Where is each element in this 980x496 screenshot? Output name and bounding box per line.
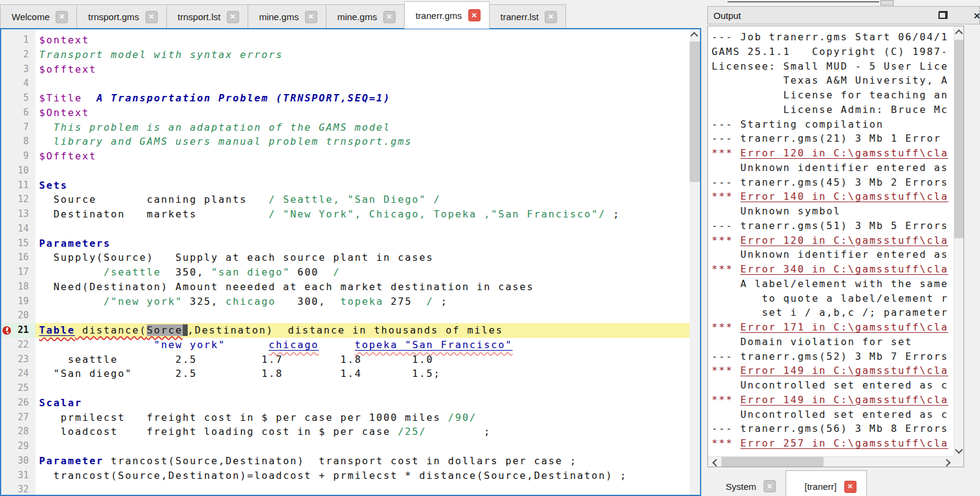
line-number: 1 — [1, 33, 35, 48]
code-line[interactable]: /"new york" 325, chicago 300, topeka 275… — [35, 294, 690, 309]
scroll-right-icon[interactable] — [944, 459, 950, 465]
code-area[interactable]: $ontextTransport model with syntax error… — [35, 29, 690, 495]
code-line[interactable]: "new york" chicago topeka "San Francisco… — [35, 338, 690, 352]
code-line[interactable]: Parameters — [35, 236, 690, 251]
line-number: 32 — [1, 483, 35, 496]
code-segment: $Title — [39, 92, 82, 104]
tab-close-icon[interactable]: ✕ — [764, 480, 776, 492]
code-line[interactable] — [35, 381, 690, 396]
tab-close-icon[interactable]: ✕ — [305, 11, 317, 23]
line-number: 7 — [1, 120, 35, 135]
scroll-up-icon[interactable] — [691, 32, 698, 38]
code-line[interactable]: $Title A Transportation Problem (TRNSPOR… — [35, 91, 690, 106]
line-number: 29 — [1, 439, 35, 454]
line-number: 2 — [1, 48, 35, 62]
code-line[interactable]: Supply(Source) Supply at each source pla… — [35, 250, 690, 265]
code-segment — [226, 339, 268, 351]
code-line[interactable]: loadcost freight loading cost in $ per c… — [35, 425, 690, 439]
error-link[interactable]: Error 149 in C:\gamsstuff\cla — [740, 394, 948, 406]
error-link[interactable]: Error 171 in C:\gamsstuff\cla — [740, 321, 948, 333]
error-link[interactable]: Error 120 in C:\gamsstuff\cla — [740, 235, 948, 246]
scrollbar-thumb[interactable] — [690, 42, 700, 182]
error-link[interactable]: Error 120 in C:\gamsstuff\cla — [740, 147, 948, 159]
log-segment: License Admin: Bruce Mc — [712, 104, 948, 115]
float-window-icon[interactable] — [938, 11, 948, 19]
code-line[interactable] — [35, 483, 690, 495]
code-line[interactable] — [35, 222, 690, 236]
line-number: 11 — [1, 178, 35, 193]
tab-tranerr-lst[interactable]: tranerr.lst✕ — [489, 4, 567, 29]
line-number: 13 — [1, 207, 35, 222]
code-line[interactable]: Transport model with syntax errors — [35, 48, 690, 62]
tab-close-icon[interactable]: ✕ — [844, 481, 857, 493]
log-segment: Unknown identifier entered as — [712, 249, 948, 260]
tab-close-icon[interactable]: ✕ — [146, 11, 158, 23]
code-line[interactable]: prmilecst freight cost in $ per case per… — [35, 410, 690, 425]
scroll-up-icon[interactable] — [956, 29, 962, 35]
code-segment: topeka "San Francisco" — [355, 339, 512, 351]
code-line[interactable]: Scalar — [35, 396, 690, 410]
code-line[interactable]: $Offtext — [35, 149, 690, 164]
code-line[interactable]: Sets — [35, 178, 690, 193]
scrollbar-thumb[interactable] — [954, 40, 963, 238]
code-line[interactable]: "San diego" 2.5 1.8 1.4 1.5; — [35, 367, 690, 381]
code-line[interactable] — [35, 164, 690, 178]
scroll-down-icon[interactable] — [956, 447, 962, 453]
tab-mine-gms[interactable]: mine.gms✕ — [248, 4, 326, 29]
tab-tranerr[interactable]: [tranerr]✕ — [786, 470, 867, 496]
tab-trnsport-gms[interactable]: trnsport.gms✕ — [76, 4, 166, 29]
error-link[interactable]: Error 257 in C:\gamsstuff\cla — [740, 437, 948, 449]
error-link[interactable]: Error 140 in C:\gamsstuff\cla — [740, 191, 948, 202]
code-line[interactable]: $offtext — [35, 62, 690, 77]
code-line[interactable]: /seattle 350, "san diego" 600 / — [35, 265, 690, 280]
line-number: 19 — [1, 294, 35, 309]
line-number: 24 — [1, 367, 35, 381]
log-vertical-scrollbar[interactable] — [954, 26, 963, 456]
code-line[interactable]: Source canning plants / Seattle, "San Di… — [35, 192, 690, 207]
scrollbar-thumb[interactable] — [721, 457, 823, 467]
log-segment: GAMS 25.1.1 Copyright (C) 1987- — [712, 46, 948, 57]
code-line[interactable]: Need(Destinaton) Amount neeeded at each … — [35, 280, 690, 294]
code-line[interactable]: This problem is an adaptation of the GAM… — [35, 120, 690, 135]
tab-tranerr-gms[interactable]: tranerr.gms✕ — [404, 1, 490, 29]
log-line: Uncontrolled set entered as c — [712, 378, 954, 393]
code-line[interactable]: Destinaton markets / "New York", Chicago… — [35, 207, 690, 222]
code-line[interactable] — [35, 76, 690, 91]
code-editor[interactable]: 1234567891011121314151617181920212223242… — [0, 28, 701, 496]
output-title-bar[interactable]: Output ✕ — [707, 6, 980, 24]
line-number: 15 — [1, 236, 35, 251]
tab-welcome[interactable]: Welcome✕ — [0, 4, 77, 29]
code-line[interactable]: $Ontext — [35, 106, 690, 120]
dock-handle[interactable] — [704, 0, 980, 5]
code-line[interactable]: trancost(Source,Destinaton)=loadcost + p… — [35, 469, 690, 483]
tab-trnsport-lst[interactable]: trnsport.lst✕ — [166, 4, 248, 29]
editor-pane: Welcome✕trnsport.gms✕trnsport.lst✕mine.g… — [0, 0, 701, 496]
line-number: 28 — [1, 425, 35, 439]
line-number: 9 — [1, 149, 35, 164]
tab-close-icon[interactable]: ✕ — [383, 11, 396, 23]
tab-close-icon[interactable]: ✕ — [468, 9, 481, 21]
tab-system[interactable]: System✕ — [707, 470, 786, 496]
tab-close-icon[interactable]: ✕ — [56, 11, 68, 23]
code-segment: library and GAMS users manual problem tr… — [39, 136, 412, 147]
editor-vertical-scrollbar[interactable] — [690, 29, 700, 495]
code-line[interactable]: Parameter trancost(Source,Destinaton) tr… — [35, 454, 690, 469]
log-view[interactable]: --- Job tranerr.gms Start 06/04/1GAMS 25… — [707, 26, 964, 467]
code-line[interactable] — [35, 439, 690, 454]
code-line[interactable]: Table distance(Sorce,Destinaton) distanc… — [35, 323, 690, 338]
code-segment: / — [412, 296, 433, 307]
tab-label: System — [726, 481, 756, 492]
code-line[interactable]: $ontext — [35, 33, 690, 48]
error-link[interactable]: Error 340 in C:\gamsstuff\cla — [740, 263, 948, 275]
close-icon[interactable]: ✕ — [971, 10, 980, 22]
tab-close-icon[interactable]: ✕ — [227, 11, 239, 23]
log-horizontal-scrollbar[interactable] — [708, 456, 954, 467]
tab-mine-gms[interactable]: mine.gms✕ — [326, 4, 405, 29]
error-link[interactable]: Error 149 in C:\gamsstuff\cla — [740, 365, 948, 376]
scroll-left-icon[interactable] — [712, 459, 718, 465]
log-line: Uncontrolled set entered as c — [712, 407, 954, 422]
code-line[interactable]: seattle 2.5 1.7 1.8 1.0 — [35, 352, 690, 367]
tab-close-icon[interactable]: ✕ — [545, 11, 557, 23]
code-line[interactable]: library and GAMS users manual problem tr… — [35, 134, 690, 149]
code-line[interactable] — [35, 308, 690, 323]
